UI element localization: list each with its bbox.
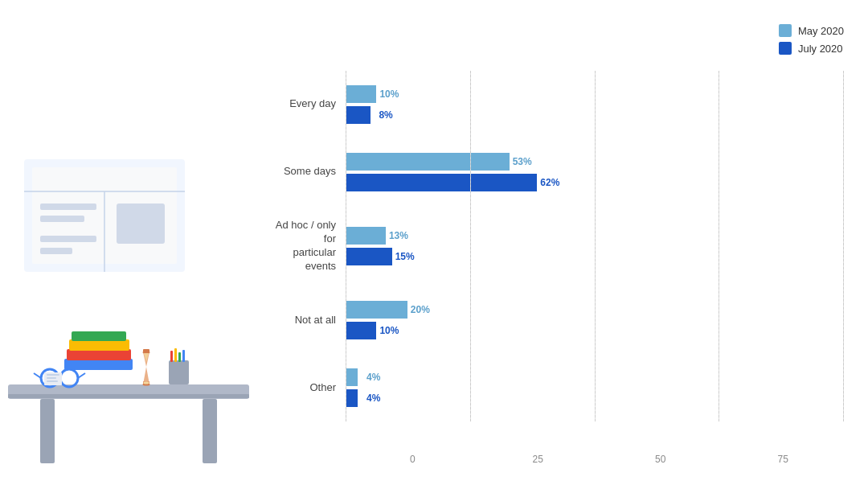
x-axis-tick: 0 (410, 454, 416, 465)
bar-group: Ad hoc / only forparticular events 13% 1… (273, 219, 844, 273)
legend-color (779, 24, 792, 37)
desk-illustration (0, 143, 257, 481)
bars-container: 20% 10% (346, 300, 844, 340)
legend-item: May 2020 (779, 24, 844, 37)
legend-color (779, 42, 792, 55)
svg-rect-12 (203, 399, 217, 463)
bar-category-label: Some days (273, 165, 346, 179)
svg-rect-29 (174, 348, 177, 362)
svg-rect-15 (69, 339, 129, 351)
right-panel: May 2020 July 2020 Every day 10% 8% (257, 0, 868, 481)
may-bar-row: 10% (346, 84, 844, 104)
svg-rect-6 (117, 204, 165, 244)
july-bar-row: 4% (346, 388, 844, 408)
bar-group: Other 4% 4% (273, 368, 844, 408)
bars-container: 13% 15% (346, 226, 844, 266)
bar-category-label: Other (273, 381, 346, 395)
july-bar: 8% (346, 106, 371, 124)
svg-rect-10 (8, 394, 249, 398)
svg-rect-27 (169, 360, 189, 384)
july-value: 15% (395, 251, 415, 262)
svg-point-26 (144, 382, 149, 384)
svg-rect-8 (40, 248, 72, 254)
svg-rect-7 (40, 236, 96, 242)
may-value: 13% (389, 230, 408, 241)
may-bar-row: 53% (346, 152, 844, 171)
svg-point-18 (60, 369, 78, 387)
svg-line-20 (34, 373, 41, 378)
july-value: 62% (540, 177, 559, 188)
bar-group: Not at all 20% 10% (273, 300, 844, 340)
may-value: 10% (379, 88, 399, 100)
svg-rect-34 (47, 377, 56, 379)
bar-category-label: Every day (273, 97, 346, 111)
chart-area: Every day 10% 8% Some days 53% (273, 71, 844, 465)
bar-category-label: Ad hoc / only forparticular events (273, 219, 346, 273)
bars-container: 53% 62% (346, 152, 844, 192)
x-axis: 0255075100 (346, 449, 844, 465)
july-bar-row: 62% (346, 173, 844, 192)
may-bar: 13% (346, 227, 386, 245)
may-bar-row: 20% (346, 300, 844, 319)
svg-line-21 (78, 373, 85, 378)
svg-rect-33 (47, 374, 59, 376)
svg-rect-14 (67, 349, 131, 360)
svg-rect-16 (72, 331, 126, 341)
svg-rect-35 (47, 380, 58, 382)
may-bar: 53% (346, 153, 510, 171)
svg-rect-31 (182, 350, 185, 362)
july-value: 10% (379, 325, 399, 336)
legend-item: July 2020 (779, 42, 844, 55)
svg-rect-11 (40, 399, 55, 463)
july-bar-row: 8% (346, 105, 844, 125)
july-bar: 10% (346, 322, 376, 339)
july-bar-row: 15% (346, 247, 844, 266)
july-bar: 62% (346, 174, 537, 191)
x-axis-tick: 50 (655, 454, 665, 465)
chart-legend: May 2020 July 2020 (779, 24, 844, 55)
bar-group: Every day 10% 8% (273, 84, 844, 125)
bars-container: 4% 4% (346, 368, 844, 408)
may-bar-row: 4% (346, 368, 844, 387)
chart-header: May 2020 July 2020 (273, 24, 844, 55)
july-bar: 15% (346, 248, 392, 265)
x-axis-tick: 25 (533, 454, 543, 465)
bars-container: 10% 8% (346, 84, 844, 125)
may-bar: 20% (346, 301, 407, 319)
may-bar: 10% (346, 85, 376, 103)
bar-category-label: Not at all (273, 314, 346, 327)
legend-label: May 2020 (798, 25, 844, 37)
svg-rect-4 (40, 204, 96, 210)
july-bar-row: 10% (346, 321, 844, 340)
svg-rect-30 (178, 352, 181, 362)
svg-rect-28 (170, 351, 173, 362)
may-value: 4% (366, 372, 380, 383)
legend-label: July 2020 (798, 43, 843, 55)
july-bar: 4% (346, 389, 358, 407)
july-value: 8% (379, 109, 392, 121)
bar-group: Some days 53% 62% (273, 152, 844, 192)
svg-rect-13 (64, 359, 133, 370)
may-value: 53% (513, 156, 532, 167)
svg-rect-5 (40, 216, 84, 222)
may-value: 20% (411, 304, 430, 315)
may-bar-row: 13% (346, 226, 844, 245)
july-value: 4% (366, 393, 380, 404)
chart-body: Every day 10% 8% Some days 53% (273, 71, 844, 446)
may-bar: 4% (346, 368, 358, 386)
left-panel (0, 0, 257, 481)
x-axis-tick: 75 (778, 454, 788, 465)
